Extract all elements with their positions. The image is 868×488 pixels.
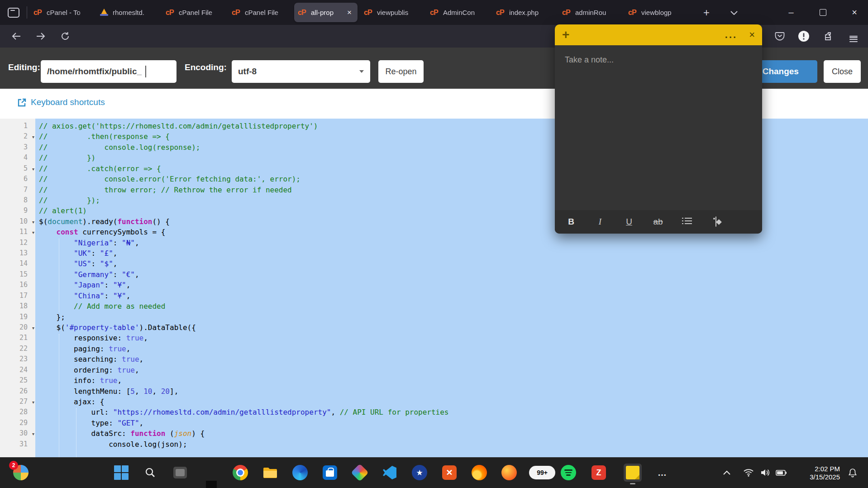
cpanel-favicon: cP (232, 9, 242, 17)
line-number: 8 (24, 196, 28, 204)
file-explorer-button[interactable] (261, 464, 279, 482)
extension-alert-button[interactable] (795, 29, 813, 44)
chevron-down-icon (359, 70, 364, 73)
cpanel-favicon: cP (430, 9, 440, 17)
z-app-icon: Z (591, 465, 606, 480)
windows-taskbar: 2 ★ ✕ 99+ Z … 2:02 PM 3/15/2025 (0, 457, 868, 488)
line-number: 15 (19, 270, 28, 278)
chat-badge-button[interactable]: 99+ (531, 464, 553, 482)
photos-icon (351, 464, 369, 482)
photos-button[interactable] (351, 464, 369, 482)
tab-indexphp[interactable]: cPindex.php (492, 3, 556, 22)
firefox-view-icon (8, 8, 19, 18)
tab-label: index.php (509, 9, 552, 16)
tab-cpanel-file-2[interactable]: cPcPanel File (228, 3, 291, 22)
tab-viewblog[interactable]: cPviewblogp (625, 3, 688, 22)
tab-viewpublish[interactable]: cPviewpublis (360, 3, 424, 22)
fold-marker[interactable]: ▾ (32, 164, 34, 174)
cpanel-favicon: cP (562, 9, 572, 17)
line-number: 26 (19, 387, 28, 395)
puzzle-icon (824, 31, 834, 41)
vscode-button[interactable] (381, 464, 399, 482)
start-button[interactable] (112, 464, 130, 482)
strikethrough-button[interactable]: ab (653, 217, 663, 227)
tab-all-properties-active[interactable]: cP all-prop × (294, 3, 358, 22)
firefox-view-button[interactable] (5, 5, 23, 20)
new-note-button[interactable]: + (562, 29, 569, 41)
window-minimize-button[interactable]: – (778, 0, 804, 25)
italic-button[interactable]: I (595, 217, 606, 227)
list-all-tabs-button[interactable] (727, 5, 741, 20)
fold-marker[interactable]: ▾ (32, 397, 34, 407)
taskbar-clock[interactable]: 2:02 PM 3/15/2025 (810, 465, 840, 481)
blue-star-app-button[interactable]: ★ (410, 464, 429, 482)
notification-center-button[interactable] (844, 464, 861, 482)
code-line: 24 ordering: true, (0, 365, 868, 375)
fold-marker[interactable]: ▾ (32, 217, 34, 227)
code-line: 31 console.log(json); (0, 439, 868, 450)
tab-label: adminRou (575, 9, 618, 16)
code-line: 15 "Germany": "€", (0, 269, 868, 280)
z-app-button[interactable]: Z (590, 464, 608, 482)
vscode-icon (383, 466, 396, 479)
encoding-value: utf-8 (238, 67, 257, 77)
fold-marker[interactable]: ▾ (32, 227, 34, 238)
volume-button[interactable] (757, 464, 773, 482)
hidden-icons-button[interactable] (719, 464, 735, 482)
orange-x-app-button[interactable]: ✕ (440, 464, 458, 482)
tab-label: rhomesltd. (113, 9, 156, 16)
firefox-button[interactable] (470, 464, 488, 482)
underline-button[interactable]: U (624, 217, 634, 227)
browser-tab-bar: cPcPanel - To rhomesltd. cPcPanel File c… (0, 0, 868, 25)
encoding-select[interactable]: utf-8 (232, 60, 370, 83)
window-restore-button[interactable] (810, 0, 835, 25)
new-tab-button[interactable]: + (699, 5, 714, 20)
note-close-button[interactable]: × (749, 30, 755, 40)
fold-marker[interactable]: ▾ (32, 429, 34, 439)
forward-button[interactable] (33, 29, 49, 44)
wifi-button[interactable] (740, 464, 757, 482)
fold-marker[interactable]: ▾ (32, 323, 34, 333)
tab-close-button[interactable]: × (345, 8, 354, 17)
spotify-button[interactable] (559, 464, 577, 482)
bold-button[interactable]: B (566, 217, 577, 227)
task-view-button[interactable] (171, 464, 189, 482)
taskbar-search-button[interactable] (141, 464, 159, 482)
reopen-button[interactable]: Re-open (378, 60, 424, 83)
store-icon (323, 465, 337, 480)
insert-image-button[interactable] (711, 217, 721, 227)
restore-icon (820, 9, 826, 16)
widgets-button[interactable]: 2 (12, 464, 30, 482)
tab-admincon[interactable]: cPAdminCon (426, 3, 490, 22)
edge-button[interactable] (291, 464, 309, 482)
tab-cpanel-file-1[interactable]: cPcPanel File (162, 3, 225, 22)
pocket-button[interactable] (771, 29, 789, 44)
battery-icon (776, 470, 787, 476)
note-text-area[interactable]: Take a note... (555, 45, 762, 210)
sticky-notes-button[interactable] (624, 464, 642, 482)
sticky-note-header[interactable]: + ... × (555, 24, 762, 45)
tab-cpanel-tools[interactable]: cPcPanel - To (30, 3, 93, 22)
chrome-button[interactable] (231, 464, 249, 482)
sticky-note-window[interactable]: + ... × Take a note... B I U ab (555, 24, 762, 234)
keyboard-shortcuts-label: Keyboard shortcuts (31, 97, 105, 107)
extensions-button[interactable] (820, 29, 838, 44)
close-editor-button[interactable]: Close (824, 60, 861, 83)
note-menu-button[interactable]: ... (725, 33, 737, 37)
microsoft-store-button[interactable] (321, 464, 339, 482)
taskbar-more-button[interactable]: … (653, 464, 672, 482)
file-path-input[interactable]: /home/rhomtfix/public_ (41, 60, 176, 83)
tab-adminroute[interactable]: cPadminRou (558, 3, 622, 22)
keyboard-shortcuts-link[interactable]: Keyboard shortcuts (17, 97, 105, 107)
bullet-list-button[interactable] (682, 217, 692, 227)
reload-button[interactable] (57, 29, 73, 44)
chrome-icon (233, 465, 248, 480)
window-close-button[interactable]: × (842, 0, 867, 25)
battery-button[interactable] (773, 464, 789, 482)
menu-button[interactable] (844, 29, 863, 44)
fold-marker[interactable]: ▾ (32, 132, 34, 142)
orange-circle-app-button[interactable] (500, 464, 518, 482)
tab-phpmyadmin[interactable]: rhomesltd. (96, 3, 159, 22)
back-button[interactable] (8, 29, 24, 44)
code-line: 29 type: "GET", (0, 418, 868, 428)
